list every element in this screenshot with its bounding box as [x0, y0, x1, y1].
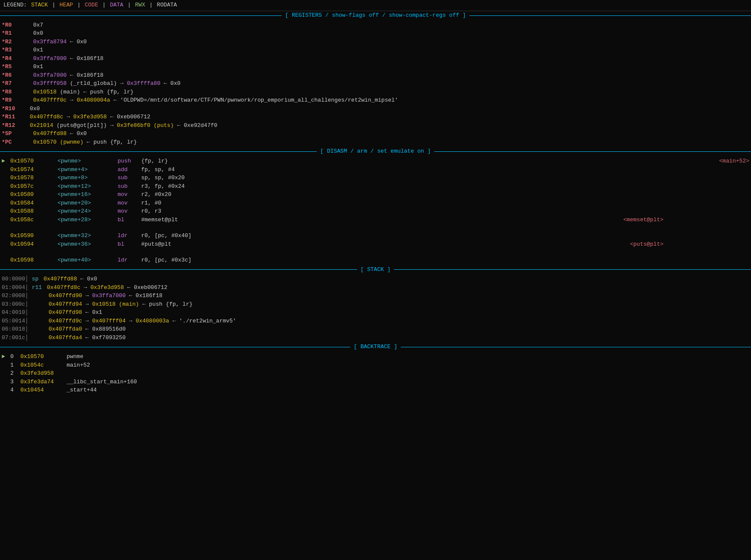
disasm-arrow-7 — [2, 216, 10, 224]
bt-idx-3: 3 — [10, 378, 20, 386]
disasm-section: ► 0x10570 <pwnme> push {fp, lr} <main+52… — [0, 156, 751, 265]
legend-heap: HEAP — [60, 2, 73, 8]
stack-idx-5: 05:0014│ — [2, 317, 28, 325]
disasm-addr-9: 0x10594 — [10, 240, 58, 249]
reg-name-r10: *R10 — [2, 105, 18, 113]
disasm-ops-10: r0, [pc, #0x3c] — [141, 256, 279, 265]
reg-name-r2: *R2 — [2, 38, 18, 46]
reg-name-r11: *R11 — [2, 113, 18, 121]
disasm-arrow-0: ► — [2, 157, 10, 166]
bt-idx-2: 2 — [10, 369, 20, 378]
bt-sym-3: __libc_start_main+160 — [63, 378, 137, 386]
disasm-header: [ DISASM / arm / set emulate on ] — [317, 148, 434, 156]
stack-divider: [ STACK ] — [0, 265, 751, 274]
stack-idx-6: 06:0018│ — [2, 325, 28, 334]
reg-name-r5: *R5 — [2, 63, 18, 71]
disasm-row-2: 0x10578 <pwnme+8> sub sp, sp, #0x20 — [0, 174, 751, 182]
disasm-sym-5: <pwnme+20> — [58, 199, 118, 208]
registers-header: [ REGISTERS / show-flags off / show-comp… — [282, 12, 469, 20]
stack-reg-7 — [28, 334, 45, 342]
reg-val-r9: 0x407fff0c → 0x4080004a ← 'OLDPWD=/mnt/d… — [20, 96, 398, 105]
reg-val-r4: 0x3ffa7000 ← 0x186f18 — [20, 54, 103, 63]
disasm-sym-7: <pwnme+28> — [58, 216, 118, 224]
reg-val-r7: 0x3ffff058 (_rtld_global) → 0x3ffffa80 ←… — [20, 79, 181, 88]
stack-val-4: 0x407ffd98 ← 0x1 — [45, 308, 102, 317]
disasm-row-5: 0x10584 <pwnme+20> mov r1, #0 — [0, 199, 751, 208]
disasm-mnem-10: ldr — [118, 256, 141, 265]
reg-val-r11: 0x407ffd8c → 0x3fe3d958 ← 0xeb006712 — [20, 113, 150, 121]
disasm-arrow-9 — [2, 240, 10, 249]
stack-reg-2 — [28, 292, 45, 300]
bt-row-2: 2 0x3fe3d958 — [0, 369, 751, 378]
reg-val-r8: 0x10518 (main) ← push {fp, lr} — [20, 88, 133, 96]
bt-idx-0: 0 — [10, 352, 20, 361]
disasm-row-blank1 — [0, 224, 751, 232]
reg-val-r2: 0x3ffa8794 ← 0x0 — [20, 38, 87, 46]
disasm-arrow-4 — [2, 190, 10, 199]
bt-sym-4: _start+44 — [63, 386, 97, 394]
legend-label: LEGEND: — [3, 2, 30, 8]
reg-val-r0: 0x7 — [20, 21, 43, 30]
stack-reg-5 — [28, 317, 45, 325]
disasm-addr-8: 0x10590 — [10, 232, 58, 240]
reg-name-r9: *R9 — [2, 96, 18, 105]
disasm-mnem-1: add — [118, 166, 141, 174]
reg-row-r7: *R7 0x3ffff058 (_rtld_global) → 0x3ffffa… — [0, 79, 751, 88]
disasm-addr-2: 0x10578 — [10, 174, 58, 182]
disasm-addr-5: 0x10584 — [10, 199, 58, 208]
disasm-row-3: 0x1057c <pwnme+12> sub r3, fp, #0x24 — [0, 182, 751, 191]
reg-row-r2: *R2 0x3ffa8794 ← 0x0 — [0, 38, 751, 46]
stack-section: 00:0000│ sp 0x407ffd88 ← 0x0 01:0004│ r1… — [0, 274, 751, 343]
disasm-arrow-3 — [2, 182, 10, 191]
bt-arrow-1 — [2, 361, 10, 370]
disasm-row-4: 0x10580 <pwnme+16> mov r2, #0x20 — [0, 190, 751, 199]
disasm-arrow-1 — [2, 166, 10, 174]
disasm-ops-7: #memset@plt — [141, 216, 279, 224]
bt-addr-1: 0x1054c — [20, 361, 63, 370]
reg-row-r10: *R10 0x0 — [0, 105, 751, 113]
reg-val-r6: 0x3ffa7000 ← 0x186f18 — [20, 71, 103, 80]
stack-row-7: 07:001c│ 0x407ffda4 ← 0xf7093250 — [0, 334, 751, 342]
reg-val-pc: 0x10570 (pwnme) ← push {fp, lr} — [20, 138, 137, 147]
legend-rwx: RWX — [135, 2, 145, 8]
legend-code: CODE — [85, 2, 98, 8]
disasm-addr-0: 0x10570 — [10, 157, 58, 166]
reg-name-r7: *R7 — [2, 79, 18, 88]
bt-arrow-0: ► — [2, 352, 10, 361]
disasm-row-8: 0x10590 <pwnme+32> ldr r0, [pc, #0x40] — [0, 232, 751, 240]
stack-row-4: 04:0010│ 0x407ffd98 ← 0x1 — [0, 308, 751, 317]
stack-val-5: 0x407ffd9c → 0x407fff04 → 0x4080003a ← '… — [45, 317, 236, 325]
disasm-ops-6: r0, r3 — [141, 207, 279, 216]
reg-val-sp: 0x407ffd88 ← 0x0 — [20, 129, 87, 138]
registers-divider: [ REGISTERS / show-flags off / show-comp… — [0, 11, 751, 20]
disasm-row-6: 0x10588 <pwnme+24> mov r0, r3 — [0, 207, 751, 216]
bt-addr-2: 0x3fe3d958 — [20, 369, 63, 378]
stack-reg-1: r11 — [28, 283, 43, 292]
reg-name-r6: *R6 — [2, 71, 18, 80]
stack-row-2: 02:0008│ 0x407ffd90 → 0x3ffa7000 ← 0x186… — [0, 292, 751, 300]
bt-arrow-3 — [2, 378, 10, 386]
backtrace-divider: [ BACKTRACE ] — [0, 343, 751, 352]
stack-row-5: 05:0014│ 0x407ffd9c → 0x407fff04 → 0x408… — [0, 317, 751, 325]
disasm-arrow-6 — [2, 207, 10, 216]
bt-arrow-4 — [2, 386, 10, 394]
legend-bar: LEGEND: STACK | HEAP | CODE | DATA | RWX… — [0, 0, 751, 11]
disasm-row-0: ► 0x10570 <pwnme> push {fp, lr} <main+52… — [0, 157, 751, 166]
disasm-mnem-2: sub — [118, 174, 141, 182]
reg-row-r6: *R6 0x3ffa7000 ← 0x186f18 — [0, 71, 751, 80]
reg-row-r9: *R9 0x407fff0c → 0x4080004a ← 'OLDPWD=/m… — [0, 96, 751, 105]
legend-data: DATA — [110, 2, 123, 8]
reg-row-r4: *R4 0x3ffa7000 ← 0x186f18 — [0, 54, 751, 63]
disasm-sym-0: <pwnme> — [58, 157, 118, 166]
reg-val-r12: 0x21014 (puts@got[plt]) → 0x3fe86bf0 (pu… — [20, 121, 217, 130]
stack-reg-4 — [28, 308, 45, 317]
reg-row-sp: *SP 0x407ffd88 ← 0x0 — [0, 129, 751, 138]
disasm-addr-1: 0x10574 — [10, 166, 58, 174]
disasm-ops-8: r0, [pc, #0x40] — [141, 232, 279, 240]
stack-idx-3: 03:000c│ — [2, 300, 28, 309]
reg-val-r5: 0x1 — [20, 63, 43, 71]
reg-val-r1: 0x0 — [20, 29, 43, 38]
stack-reg-6 — [28, 325, 45, 334]
stack-row-6: 06:0018│ 0x407ffda0 ← 0x889516d0 — [0, 325, 751, 334]
disasm-addr-6: 0x10588 — [10, 207, 58, 216]
